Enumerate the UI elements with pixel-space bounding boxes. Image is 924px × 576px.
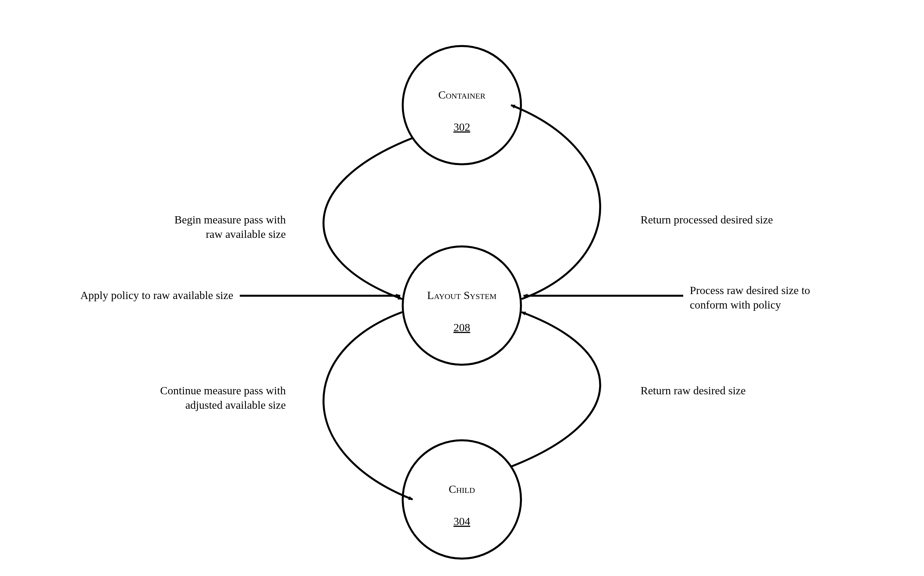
- label-bottom-left-1: Continue measure pass with: [160, 384, 286, 397]
- label-top-left-1: Begin measure pass with: [174, 214, 286, 226]
- node-container-ref: 302: [453, 121, 471, 133]
- svg-point-1: [403, 246, 521, 365]
- label-bottom-right-1: Return raw desired size: [640, 384, 746, 397]
- node-layout-title: Layout System: [427, 289, 496, 301]
- node-layout-ref: 208: [453, 322, 471, 333]
- edge-layout-to-child: [324, 312, 413, 499]
- label-top-right-1: Return processed desired size: [640, 214, 773, 226]
- label-top-left-2: raw available size: [206, 228, 286, 240]
- edge-layout-to-container: [511, 105, 600, 299]
- label-mid-left-1: Apply policy to raw available size: [80, 289, 233, 301]
- label-mid-right-2: conform with policy: [690, 299, 781, 311]
- label-mid-right-1: Process raw desired size to: [690, 284, 810, 296]
- edge-child-to-layout: [511, 312, 600, 467]
- node-child-ref: 304: [453, 515, 471, 527]
- edge-container-to-layout: [324, 138, 413, 299]
- node-child-title: Child: [449, 483, 475, 495]
- svg-point-2: [403, 440, 521, 558]
- svg-point-0: [403, 46, 521, 164]
- layout-flow-diagram: Container 302 Layout System 208 Child 30…: [0, 0, 924, 576]
- node-container-title: Container: [438, 89, 485, 101]
- node-layout-system: Layout System 208: [403, 246, 521, 365]
- label-bottom-left-2: adjusted available size: [185, 399, 286, 411]
- node-child: Child 304: [403, 440, 521, 558]
- node-container: Container 302: [403, 46, 521, 164]
